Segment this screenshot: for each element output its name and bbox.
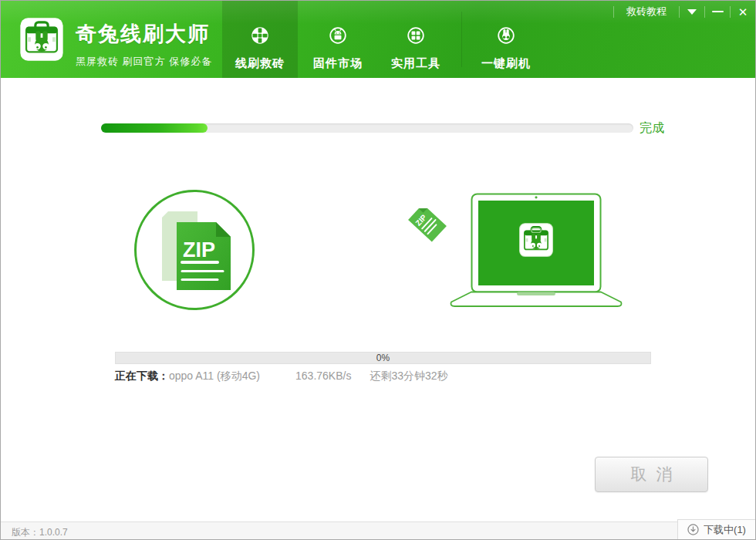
status-prefix: 正在下载： xyxy=(115,370,169,382)
done-label: 完成 xyxy=(640,120,664,137)
tools-grid-icon xyxy=(401,21,430,50)
app-window: 救砖教程 ✕ xyxy=(0,0,756,540)
tab-one-key-flash[interactable]: 一键刷机 xyxy=(469,1,543,78)
footer: 版本：1.0.0.7 xyxy=(1,521,755,540)
android-robot-icon xyxy=(323,21,353,50)
status-remaining: 还剩33分钟32秒 xyxy=(370,370,447,382)
laptop-app-logo-icon xyxy=(520,224,553,257)
cancel-button[interactable]: 取消 xyxy=(595,457,708,492)
close-icon: ✕ xyxy=(738,6,748,18)
overall-progress-fill xyxy=(101,123,208,133)
flash-rescue-cross-icon xyxy=(245,21,275,50)
close-button[interactable]: ✕ xyxy=(731,1,755,22)
titlebar: 救砖教程 ✕ xyxy=(613,1,755,22)
brand: 奇兔线刷大师 黑屏救砖 刷回官方 保修必备 xyxy=(19,15,212,69)
tab-label: 实用工具 xyxy=(391,56,440,71)
rescue-tutorial-link[interactable]: 救砖教程 xyxy=(614,1,679,22)
download-circle-icon xyxy=(687,524,699,535)
download-queue-label: 下载中(1) xyxy=(704,523,746,537)
header: 救砖教程 ✕ xyxy=(1,1,755,78)
tab-label: 线刷救砖 xyxy=(235,56,285,71)
zip-text: ZIP xyxy=(183,238,215,262)
main-content: 完成 ZIP ZIP xyxy=(1,78,755,521)
download-status-line: 正在下载：oppo A11 (移动4G)163.76KB/s还剩33分钟32秒 xyxy=(115,370,448,383)
download-percent-label: 0% xyxy=(116,353,650,364)
app-logo-icon xyxy=(19,17,64,62)
app-tagline: 黑屏救砖 刷回官方 保修必备 xyxy=(76,55,212,69)
rabbit-icon xyxy=(491,21,521,50)
overall-progress-bar xyxy=(101,123,633,133)
tab-firmware-market[interactable]: 固件市场 xyxy=(301,1,375,78)
laptop-illustration xyxy=(444,187,629,309)
minimize-icon xyxy=(712,11,724,13)
download-progress-bar: 0% xyxy=(115,352,651,364)
download-queue-button[interactable]: 下载中(1) xyxy=(677,519,756,540)
status-item: oppo A11 (移动4G) xyxy=(169,370,260,382)
tab-label: 一键刷机 xyxy=(481,56,531,71)
status-speed: 163.76KB/s xyxy=(295,370,351,382)
minimize-button[interactable] xyxy=(705,1,730,22)
version-label: 版本：1.0.0.7 xyxy=(12,526,68,539)
dropdown-menu-button[interactable] xyxy=(680,1,704,22)
tab-label: 固件市场 xyxy=(313,56,363,71)
tab-flash-rescue[interactable]: 线刷救砖 xyxy=(222,1,298,78)
zip-package-icon: ZIP xyxy=(133,188,256,312)
nav-separator xyxy=(461,12,462,67)
tab-utilities[interactable]: 实用工具 xyxy=(379,1,453,78)
chevron-down-icon xyxy=(687,9,697,15)
app-title: 奇兔线刷大师 xyxy=(76,20,212,48)
